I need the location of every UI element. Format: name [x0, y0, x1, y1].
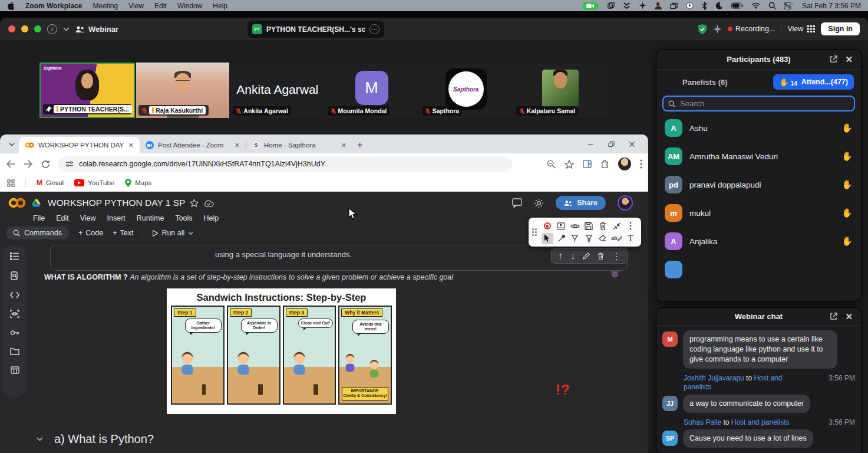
participant-row[interactable]: A Ashu ✋ [656, 114, 861, 142]
view-button[interactable]: View [787, 25, 815, 33]
menu-edit[interactable]: Edit [154, 2, 167, 10]
menubar-clock[interactable]: Sat Feb 7 3:56 PM [802, 2, 861, 10]
zoom-out-page-icon[interactable] [547, 160, 556, 169]
share-tab-more-icon[interactable]: ⋯ [369, 24, 379, 34]
variables-table-icon[interactable] [11, 366, 19, 374]
record-icon[interactable] [542, 221, 553, 232]
files-folder-icon[interactable] [10, 347, 19, 355]
window-restore-icon[interactable] [608, 141, 615, 147]
close-icon[interactable]: ✕ [845, 311, 853, 322]
popout-icon[interactable] [830, 55, 837, 63]
video-tile-ankita[interactable]: Ankita Agarwal Ankita Agarwal [230, 63, 324, 118]
video-tile-moumita[interactable]: M Moumita Mondal [325, 63, 418, 118]
gemini-scan-eye-icon[interactable] [10, 310, 19, 318]
windows-icon[interactable] [670, 2, 678, 9]
participant-row-partial[interactable] [656, 255, 861, 284]
toolbar-drag-handle[interactable] [532, 228, 537, 236]
zoom-camera-indicator-icon[interactable] [582, 2, 599, 10]
forward-icon[interactable] [24, 160, 33, 168]
participant-row[interactable]: AM Amrutha Manaswi Veduri ✋ [656, 142, 861, 170]
edit-cell-icon[interactable] [583, 252, 590, 260]
menu-help[interactable]: Help [213, 2, 227, 10]
annotation-more-icon[interactable] [625, 221, 636, 232]
video-tile-raja[interactable]: Raja Kasukurthi [136, 63, 229, 118]
bookmark-star-icon[interactable] [565, 160, 574, 169]
popout-icon[interactable] [830, 313, 837, 320]
tab-close-icon[interactable]: ✕ [341, 142, 346, 149]
back-icon[interactable] [6, 160, 15, 168]
ai-companion-sparkle-icon[interactable] [713, 25, 722, 34]
participant-row[interactable]: m mukul ✋ [656, 199, 861, 227]
battery-icon[interactable] [731, 2, 743, 9]
menu-insert[interactable]: Insert [107, 214, 126, 222]
sign-in-button[interactable]: Sign in [821, 22, 860, 35]
markdown-cell[interactable]: using a special language it understands. [50, 245, 628, 271]
attendees-tab[interactable]: ✋ 14 Attend...(477) [773, 74, 854, 90]
participant-row[interactable]: pd pranavi doppalapudi ✋ [656, 170, 861, 199]
airplane-icon[interactable] [639, 2, 646, 9]
menu-window[interactable]: Window [177, 2, 203, 10]
close-traffic-light[interactable] [8, 25, 15, 32]
video-tile-kalpataru[interactable]: Kalpataru Samal [514, 63, 607, 118]
menu-edit[interactable]: Edit [56, 214, 69, 222]
minimize-annotation-icon[interactable] [611, 221, 623, 232]
settings-gear-icon[interactable] [534, 198, 544, 208]
cloud-save-icon[interactable] [203, 199, 214, 207]
text-tool-icon[interactable]: T [625, 233, 636, 244]
trash-icon[interactable] [597, 221, 609, 232]
double-chevron-icon[interactable] [623, 2, 631, 9]
apple-menu-icon[interactable] [7, 2, 15, 10]
code-snippets-icon[interactable] [10, 291, 19, 298]
menu-meeting[interactable]: Meeting [93, 2, 118, 10]
user-status-icon[interactable] [655, 2, 662, 9]
menu-runtime[interactable]: Runtime [137, 214, 164, 222]
delete-cell-icon[interactable] [598, 252, 604, 260]
add-text-button[interactable]: +Text [113, 229, 133, 237]
control-center-icon[interactable] [784, 2, 794, 9]
share-button[interactable]: Share [556, 196, 606, 210]
menu-view[interactable]: View [80, 214, 96, 222]
notebook-title[interactable]: WORKSHOP PYTHON DAY 1 SP [48, 198, 185, 208]
eraser-tool-icon[interactable] [597, 233, 609, 244]
menu-help[interactable]: Help [204, 214, 219, 222]
timer-icon[interactable] [686, 2, 694, 9]
fullscreen-traffic-light[interactable] [34, 25, 41, 32]
screen-share-tab[interactable]: PT PYTHON TEACHER(SH...'s sc ⋯ [247, 21, 384, 38]
apps-grid-icon[interactable] [7, 179, 15, 187]
run-all-button[interactable]: Run all [153, 229, 193, 237]
bluetooth-icon[interactable] [702, 2, 707, 10]
move-cell-up-icon[interactable]: ↑ [558, 251, 563, 261]
participant-row[interactable]: A Anjalika ✋ [656, 227, 861, 255]
recording-indicator[interactable]: Recording... [728, 25, 775, 33]
search-input[interactable] [679, 99, 849, 109]
chevron-down-icon[interactable] [63, 27, 70, 31]
tab-search-chevron-icon[interactable] [5, 137, 19, 152]
text-format-tool-icon[interactable]: ab [611, 233, 623, 244]
laser-pointer-tool-icon[interactable] [555, 233, 567, 244]
tab-close-icon[interactable]: ✕ [128, 142, 134, 149]
site-settings-icon[interactable] [65, 160, 74, 168]
menu-tools[interactable]: Tools [175, 214, 192, 222]
cell-more-icon[interactable]: ⋮ [612, 251, 621, 262]
tab-sapthora[interactable]: S Home - Sapthora ✕ [246, 137, 352, 153]
wifi-icon[interactable] [751, 2, 760, 9]
bookmark-maps[interactable]: Maps [125, 179, 151, 187]
save-icon[interactable] [583, 221, 595, 232]
commands-button[interactable]: Commands [6, 226, 69, 239]
highlighter-tool-icon[interactable] [583, 233, 595, 244]
tab-colab[interactable]: WORKSHOP PYTHON DAY 1 SP ✕ [19, 137, 140, 153]
menu-file[interactable]: File [33, 214, 45, 222]
meeting-info-icon[interactable]: i [47, 24, 57, 34]
colab-profile-avatar[interactable] [618, 195, 633, 211]
eye-icon[interactable] [569, 221, 581, 232]
bookmark-gmail[interactable]: MGmail [37, 179, 64, 187]
chrome-profile-avatar[interactable] [618, 157, 631, 170]
pen-tool-icon[interactable] [569, 233, 581, 244]
reload-icon[interactable] [41, 160, 50, 169]
secrets-key-icon[interactable] [10, 329, 19, 336]
security-shield-icon[interactable] [698, 24, 707, 34]
new-tab-button[interactable]: + [357, 140, 362, 150]
video-tile-python-teacher[interactable]: Sapthora PYTHON TEACHER(S... [39, 63, 135, 118]
participants-search[interactable] [662, 96, 855, 111]
spotlight-search-icon[interactable] [768, 2, 776, 9]
